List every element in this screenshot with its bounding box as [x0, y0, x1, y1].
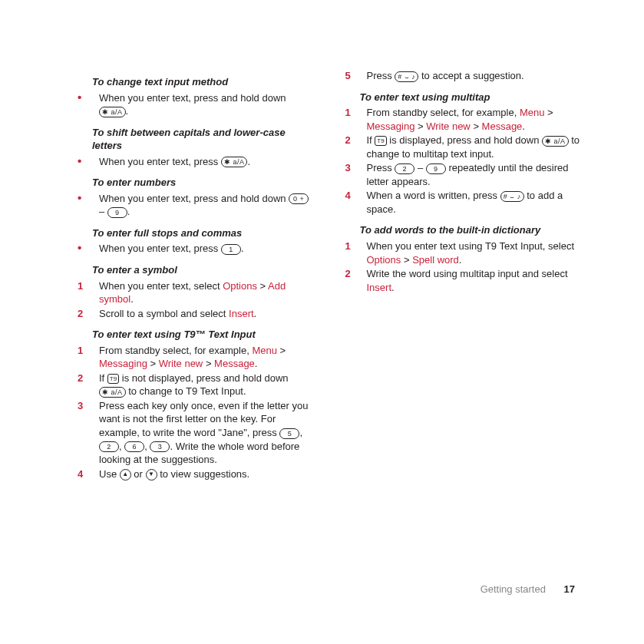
step-text: When a word is written, press # ⌣ ♪ to a… [362, 189, 583, 216]
bullet-icon: • [71, 91, 94, 103]
step-number: 3 [71, 399, 94, 413]
step-number: 5 [339, 69, 362, 83]
text: , [299, 427, 302, 438]
nine-key-icon: 9 [426, 163, 446, 174]
text: . [247, 156, 250, 167]
step-text: When you enter text, select Options > Ad… [94, 279, 315, 306]
text: Press [367, 70, 395, 81]
text: . [126, 105, 129, 117]
menu-path: Messaging [99, 358, 147, 369]
menu-path: Menu [520, 107, 545, 118]
text: When you enter text, select [99, 280, 223, 292]
step-text: Write the word using multitap input and … [362, 267, 583, 294]
menu-path: Messaging [367, 121, 415, 132]
two-key-icon: 2 [99, 441, 119, 452]
t9-icon: T9 [107, 374, 119, 384]
page-content: To change text input method • When you e… [0, 0, 644, 481]
step-text: Press each key only once, even if the le… [94, 399, 315, 467]
step-text: If T9 is not displayed, press and hold d… [94, 372, 315, 398]
menu-path: Options [223, 280, 257, 292]
step-text: When you enter text, press and hold down… [94, 91, 315, 118]
step-text: From standby select, for example, Menu >… [362, 106, 583, 133]
t9-icon: T9 [375, 136, 386, 146]
step-text: Scroll to a symbol and select Insert. [94, 307, 315, 321]
list-item: • When you enter text, press and hold do… [71, 192, 315, 219]
zero-key-icon: 0 + [289, 193, 309, 204]
step-text: Use ▲ or ▼ to view suggestions. [94, 467, 315, 481]
heading-change-input-method: To change text input method [92, 75, 315, 89]
text: to accept a suggestion. [418, 70, 523, 81]
page-footer: Getting started 17 [481, 583, 575, 596]
bullet-icon: • [71, 192, 94, 203]
text: > [414, 121, 426, 132]
text: . [459, 254, 462, 266]
text: or [131, 468, 146, 480]
text: Press each key only once, even if the le… [99, 400, 308, 438]
text: Write the word using multitap input and … [367, 268, 568, 279]
one-key-icon: 1 [221, 244, 241, 255]
heading-add-words: To add words to the built-in dictionary [360, 223, 583, 237]
text: > [544, 107, 553, 118]
list-item: 2 If T9 is displayed, press and hold dow… [339, 134, 583, 160]
text: . [391, 282, 395, 293]
heading-multitap: To enter text using multitap [360, 91, 583, 104]
five-key-icon: 5 [279, 428, 299, 439]
menu-path: Options [367, 254, 401, 266]
down-key-icon: ▼ [146, 469, 157, 481]
step-number: 4 [339, 189, 362, 203]
text: From standby select, for example, [367, 107, 520, 118]
menu-path: Spell word [412, 254, 459, 266]
step-text: When you enter text, press 1. [94, 242, 315, 256]
list-item: 1 From standby select, for example, Menu… [339, 106, 583, 133]
menu-path: Write new [159, 358, 203, 369]
list-item: 2 Scroll to a symbol and select Insert. [71, 307, 315, 321]
right-column: 5 Press # ⌣ ♪ to accept a suggestion. To… [339, 68, 583, 481]
menu-path: Message [482, 121, 523, 132]
text: is displayed, press and hold down [387, 134, 542, 146]
step-text: When you enter text, press and hold down… [94, 192, 315, 219]
text: If [367, 134, 375, 146]
text: . [130, 293, 134, 305]
text: From standby select, for example, [99, 345, 252, 356]
text: . [241, 243, 244, 254]
step-number: 4 [71, 467, 94, 481]
step-number: 1 [339, 239, 362, 253]
heading-enter-numbers: To enter numbers [92, 176, 315, 190]
menu-path: Message [214, 358, 255, 369]
step-text: If T9 is displayed, press and hold down … [362, 134, 583, 160]
star-key-icon: ✱ a/A [542, 136, 569, 147]
step-number: 1 [71, 344, 94, 358]
step-text: From standby select, for example, Menu >… [94, 344, 315, 371]
list-item: 1 From standby select, for example, Menu… [71, 344, 315, 371]
heading-full-stops: To enter full stops and commas [92, 226, 315, 240]
list-item: • When you enter text, press and hold do… [71, 91, 315, 118]
step-number: 2 [339, 134, 362, 147]
star-key-icon: ✱ a/A [99, 387, 126, 398]
two-key-icon: 2 [395, 163, 414, 174]
text: > [277, 345, 286, 356]
step-text: When you enter text, press ✱ a/A. [94, 155, 315, 169]
text: When a word is written, press [367, 190, 500, 201]
text: > [471, 121, 482, 132]
text: > [147, 358, 159, 369]
step-number: 2 [71, 307, 94, 321]
text: When you enter text, press [99, 156, 221, 167]
menu-path: Menu [252, 345, 277, 356]
step-number: 2 [71, 372, 94, 385]
text: When you enter text using T9 Text Input,… [367, 240, 575, 252]
text: – [414, 162, 425, 173]
left-column: To change text input method • When you e… [71, 68, 315, 481]
text: > [257, 280, 268, 292]
list-item: 3 Press 2 – 9 repeatedly until the desir… [339, 161, 583, 188]
list-item: 2 Write the word using multitap input an… [339, 267, 583, 294]
text: When you enter text, press and hold down [99, 193, 289, 204]
list-item: 5 Press # ⌣ ♪ to accept a suggestion. [339, 69, 583, 83]
text: Press [367, 162, 395, 173]
step-text: When you enter text using T9 Text Input,… [362, 239, 583, 266]
list-item: 1 When you enter text using T9 Text Inpu… [339, 239, 583, 266]
page-number: 17 [564, 583, 575, 595]
list-item: 4 When a word is written, press # ⌣ ♪ to… [339, 189, 583, 216]
three-key-icon: 3 [150, 441, 170, 452]
menu-path: Write new [426, 121, 471, 132]
text: . [127, 206, 130, 217]
